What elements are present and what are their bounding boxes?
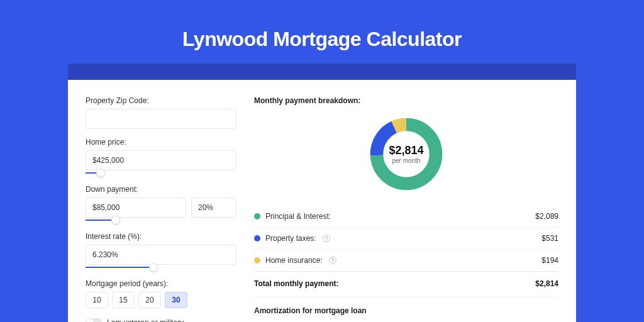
legend-row: Principal & Interest:$2,089 — [254, 206, 558, 228]
donut-amount: $2,814 — [389, 144, 423, 157]
breakdown-panel: Monthly payment breakdown: $2,814 per mo… — [254, 96, 558, 322]
amortization-title: Amortization for mortgage loan — [254, 306, 558, 315]
legend-dot-icon — [254, 213, 260, 219]
form-panel: Property Zip Code: Home price: Down paym… — [86, 96, 236, 322]
legend: Principal & Interest:$2,089Property taxe… — [254, 206, 558, 272]
slider-thumb[interactable] — [96, 169, 105, 177]
legend-dot-icon — [254, 257, 260, 264]
legend-name: Principal & Interest: — [265, 212, 331, 221]
slider-thumb[interactable] — [111, 216, 120, 225]
period-btn-15[interactable]: 15 — [112, 292, 135, 308]
legend-name: Property taxes: — [265, 234, 316, 243]
period-group: Mortgage period (years): 10152030 — [86, 279, 236, 308]
down-payment-label: Down payment: — [86, 185, 236, 194]
period-btn-20[interactable]: 20 — [138, 292, 161, 308]
legend-name: Home insurance: — [265, 256, 323, 265]
down-payment-pct-input[interactable] — [191, 197, 236, 218]
legend-value: $531 — [541, 234, 558, 243]
down-payment-slider[interactable] — [86, 217, 186, 223]
legend-row: Property taxes:?$531 — [254, 228, 558, 250]
zip-group: Property Zip Code: — [86, 96, 236, 129]
breakdown-title: Monthly payment breakdown: — [254, 96, 558, 105]
help-icon[interactable]: ? — [323, 235, 330, 242]
page-title: Lynwood Mortgage Calculator — [0, 0, 644, 64]
down-payment-group: Down payment: — [86, 185, 236, 223]
period-row: 10152030 — [86, 292, 236, 308]
donut-center: $2,814 per month — [389, 144, 423, 164]
home-price-group: Home price: — [86, 138, 236, 176]
donut-chart: $2,814 per month — [254, 111, 558, 206]
donut-sublabel: per month — [389, 157, 423, 164]
home-price-label: Home price: — [86, 138, 236, 147]
interest-slider[interactable] — [86, 264, 236, 270]
toggle-knob — [86, 319, 94, 322]
accent-bar — [68, 64, 576, 80]
home-price-slider[interactable] — [86, 170, 236, 176]
legend-dot-icon — [254, 235, 260, 242]
total-row: Total monthly payment: $2,814 — [254, 272, 558, 297]
total-value: $2,814 — [535, 279, 558, 288]
veteran-row: I am veteran or military — [86, 318, 236, 322]
slider-thumb[interactable] — [149, 263, 158, 272]
calculator-card: Property Zip Code: Home price: Down paym… — [68, 80, 576, 322]
legend-value: $2,089 — [535, 212, 558, 221]
interest-input[interactable] — [86, 245, 236, 265]
down-payment-input[interactable] — [86, 197, 186, 218]
period-label: Mortgage period (years): — [86, 279, 236, 288]
zip-label: Property Zip Code: — [86, 96, 236, 105]
period-btn-10[interactable]: 10 — [86, 292, 108, 308]
veteran-label: I am veteran or military — [107, 318, 184, 322]
interest-group: Interest rate (%): — [86, 232, 236, 270]
help-icon[interactable]: ? — [329, 257, 336, 264]
interest-label: Interest rate (%): — [86, 232, 236, 241]
period-btn-30[interactable]: 30 — [165, 292, 187, 308]
home-price-input[interactable] — [86, 150, 236, 170]
legend-value: $194 — [541, 256, 558, 265]
amortization-section: Amortization for mortgage loan Amortizat… — [254, 297, 558, 322]
total-label: Total monthly payment: — [254, 279, 338, 288]
legend-row: Home insurance:?$194 — [254, 250, 558, 272]
zip-input[interactable] — [86, 109, 236, 129]
veteran-toggle[interactable] — [86, 318, 102, 322]
